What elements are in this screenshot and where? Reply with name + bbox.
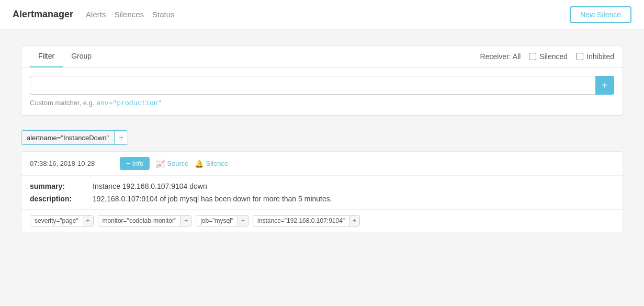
- silenced-checkbox-label[interactable]: Silenced: [529, 52, 568, 61]
- nav-silences[interactable]: Silences: [114, 8, 144, 21]
- filter-input-row: +: [30, 76, 614, 95]
- filter-input[interactable]: [30, 76, 595, 95]
- inhibited-checkbox-label[interactable]: Inhibited: [576, 52, 614, 61]
- alert-tag-plus-button[interactable]: +: [83, 216, 93, 226]
- alert-tag-text: instance="192.168.0.107:9104": [253, 216, 349, 226]
- nav-status[interactable]: Status: [152, 8, 175, 21]
- alert-tag: severity="page" +: [30, 215, 94, 226]
- silence-bell-icon: 🔔: [195, 160, 204, 168]
- summary-row: summary: Instance 192.168.0.107:9104 dow…: [30, 182, 614, 190]
- filter-hint-text: Custom matcher, e.g.: [30, 99, 95, 107]
- navbar-left: Alertmanager Alerts Silences Status: [13, 8, 175, 21]
- group-tag-plus-button[interactable]: +: [114, 131, 128, 144]
- alert-tag-plus-button[interactable]: +: [349, 216, 359, 226]
- filter-options: Receiver: All Silenced Inhibited: [480, 52, 614, 61]
- inhibited-checkbox[interactable]: [576, 53, 583, 60]
- navbar: Alertmanager Alerts Silences Status New …: [0, 0, 644, 29]
- group-tag: alertname="InstanceDown" +: [21, 130, 128, 145]
- receiver-label: Receiver: All: [480, 52, 521, 61]
- summary-value: Instance 192.168.0.107:9104 down: [93, 182, 207, 190]
- alert-item-header: 07:38:16, 2018-10-28 − Info 📈 Source 🔔 S…: [21, 152, 623, 176]
- filter-hint: Custom matcher, e.g. env="production": [30, 99, 614, 107]
- alert-item: 07:38:16, 2018-10-28 − Info 📈 Source 🔔 S…: [21, 151, 623, 232]
- info-minus-icon: −: [126, 160, 130, 167]
- filter-body: + Custom matcher, e.g. env="production": [21, 67, 623, 115]
- alert-tag-plus-button[interactable]: +: [180, 216, 191, 226]
- alert-tag-plus-button[interactable]: +: [238, 216, 248, 226]
- alert-timestamp: 07:38:16, 2018-10-28: [30, 160, 114, 167]
- alert-details: summary: Instance 192.168.0.107:9104 dow…: [21, 176, 623, 209]
- description-row: description: 192.168.0.107:9104 of job m…: [30, 195, 614, 203]
- main-content: Filter Group Receiver: All Silenced Inhi…: [0, 29, 644, 258]
- app-brand: Alertmanager: [13, 9, 73, 20]
- alert-tag: monitor="codelab-monitor" +: [98, 215, 192, 226]
- alert-tag-text: monitor="codelab-monitor": [98, 216, 181, 226]
- info-label: Info: [132, 160, 144, 167]
- alert-tag: instance="192.168.0.107:9104" +: [253, 215, 360, 226]
- alert-tag-text: job="mysql": [196, 216, 238, 226]
- inhibited-label: Inhibited: [586, 52, 614, 61]
- silenced-checkbox[interactable]: [529, 53, 536, 60]
- filter-hint-example: env="production": [96, 99, 162, 107]
- navbar-nav: Alerts Silences Status: [86, 8, 175, 21]
- alert-tag-text: severity="page": [30, 216, 83, 226]
- alert-group: alertname="InstanceDown" + 07:38:16, 201…: [21, 130, 623, 232]
- new-silence-button[interactable]: New Silence: [570, 6, 631, 23]
- alert-tags-row: severity="page" + monitor="codelab-monit…: [21, 209, 623, 232]
- alert-tag: job="mysql" +: [196, 215, 248, 226]
- description-value: 192.168.0.107:9104 of job mysql has been…: [93, 195, 332, 203]
- tab-group[interactable]: Group: [63, 46, 100, 67]
- source-label: Source: [167, 160, 188, 167]
- summary-key: summary:: [30, 182, 93, 190]
- description-key: description:: [30, 195, 93, 203]
- silence-label: Silence: [206, 160, 228, 167]
- alert-group-header: alertname="InstanceDown" +: [21, 130, 623, 145]
- info-button[interactable]: − Info: [120, 157, 150, 170]
- group-tag-text: alertname="InstanceDown": [21, 131, 114, 144]
- source-button[interactable]: 📈 Source: [156, 160, 188, 168]
- silence-button[interactable]: 🔔 Silence: [195, 160, 228, 168]
- silenced-label: Silenced: [539, 52, 568, 61]
- source-chart-icon: 📈: [156, 160, 165, 168]
- filter-card: Filter Group Receiver: All Silenced Inhi…: [21, 45, 623, 116]
- add-filter-button[interactable]: +: [595, 76, 614, 95]
- filter-tabs-bar: Filter Group Receiver: All Silenced Inhi…: [21, 46, 623, 67]
- nav-alerts[interactable]: Alerts: [86, 8, 106, 21]
- filter-tabs-left: Filter Group: [30, 46, 100, 67]
- tab-filter[interactable]: Filter: [30, 46, 63, 67]
